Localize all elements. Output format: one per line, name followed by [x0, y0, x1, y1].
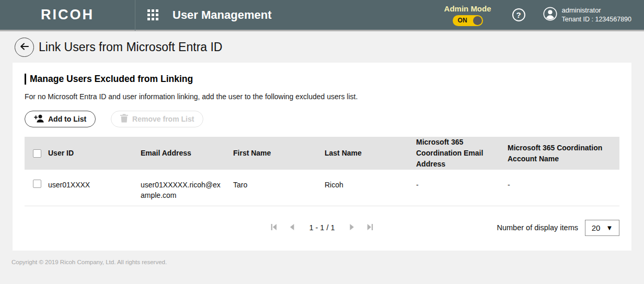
account-text: administrator Tenant ID : 1234567890 [562, 6, 631, 23]
column-header-m365-email: Microsoft 365 Coordination Email Address [416, 137, 508, 170]
app-title: User Management [172, 8, 272, 22]
first-page-button[interactable] [269, 222, 278, 233]
display-items-value: 20 [592, 223, 601, 232]
last-page-button[interactable] [366, 222, 375, 233]
copyright-text: Copyright © 2019 Ricoh Company, Ltd. All… [12, 259, 167, 265]
next-page-button[interactable] [348, 222, 357, 233]
header-divider [135, 0, 135, 31]
column-header-last-name: Last Name [325, 148, 416, 159]
content-card: Manage Users Excluded from Linking For n… [13, 63, 631, 251]
account-name: administrator [562, 6, 631, 15]
cell-email: user01XXXXX.ricoh@example.com [141, 170, 233, 201]
previous-page-button[interactable] [287, 222, 296, 233]
cell-m365-account: - [508, 170, 619, 190]
column-header-user-id: User ID [48, 148, 141, 159]
display-items-label: Number of display items [497, 223, 578, 232]
caret-down-icon: ▼ [606, 224, 613, 231]
page-title: Link Users from Microsoft Entra ID [39, 40, 222, 54]
section-heading: Manage Users Excluded from Linking [30, 74, 193, 85]
page-titlebar: Link Users from Microsoft Entra ID [0, 31, 644, 63]
admin-mode-control: Admin Mode ON [444, 4, 491, 26]
remove-from-list-button[interactable]: Remove from List [111, 111, 203, 127]
row-select-cell [25, 170, 48, 188]
add-user-icon [34, 114, 44, 125]
remove-from-list-label: Remove from List [132, 115, 194, 123]
excluded-users-table: User ID Email Address First Name Last Na… [25, 137, 619, 206]
row-checkbox[interactable] [33, 180, 41, 188]
app-grid-icon[interactable] [147, 9, 158, 20]
heading-accent-bar [25, 74, 26, 85]
cell-first-name: Taro [233, 170, 325, 190]
next-page-icon [348, 222, 357, 233]
help-glyph: ? [516, 10, 521, 19]
add-to-list-button[interactable]: Add to List [25, 111, 96, 127]
table-header-row: User ID Email Address First Name Last Na… [25, 137, 619, 170]
cell-last-name: Ricoh [325, 170, 416, 190]
back-arrow-icon [19, 41, 30, 53]
tenant-id: Tenant ID : 1234567890 [562, 15, 631, 24]
cell-user-id: user01XXXX [48, 170, 141, 190]
column-header-email: Email Address [141, 148, 233, 159]
display-items-control: Number of display items 20 ▼ [497, 219, 619, 236]
pagination: 1 - 1 / 1 [269, 219, 375, 236]
toolbar: Add to List Remove from List [25, 111, 619, 127]
back-button[interactable] [15, 38, 34, 57]
admin-mode-label: Admin Mode [444, 4, 491, 13]
cell-m365-email: - [416, 170, 508, 190]
section-description: For no Microsoft Entra ID and user infor… [25, 92, 619, 101]
table-row: user01XXXX user01XXXXX.ricoh@example.com… [25, 170, 619, 206]
last-page-icon [366, 222, 375, 233]
app-header: RICOH User Management Admin Mode ON ? [0, 0, 644, 31]
help-icon[interactable]: ? [512, 8, 525, 21]
display-items-select[interactable]: 20 ▼ [585, 220, 619, 236]
ricoh-logo: RICOH [0, 7, 135, 23]
first-page-icon [269, 222, 278, 233]
column-header-first-name: First Name [233, 148, 325, 159]
previous-page-icon [287, 222, 296, 233]
column-header-m365-account: Microsoft 365 Coordination Account Name [508, 143, 619, 164]
admin-mode-toggle[interactable]: ON [453, 15, 483, 26]
app-footer: Copyright © 2019 Ricoh Company, Ltd. All… [0, 251, 644, 266]
toggle-state-label: ON [458, 17, 467, 24]
table-footer-row: 1 - 1 / 1 Number of display items 2 [25, 219, 619, 236]
toggle-knob [473, 16, 482, 25]
select-all-checkbox[interactable] [33, 149, 41, 158]
page-range-label: 1 - 1 / 1 [309, 223, 335, 232]
trash-icon [120, 114, 128, 124]
select-all-cell [25, 149, 48, 158]
add-to-list-label: Add to List [48, 115, 86, 123]
account-menu[interactable]: administrator Tenant ID : 1234567890 [543, 6, 631, 23]
section-header: Manage Users Excluded from Linking [25, 63, 619, 85]
header-right: Admin Mode ON ? administrator Tenant ID … [444, 4, 644, 26]
user-avatar-icon [543, 7, 557, 23]
